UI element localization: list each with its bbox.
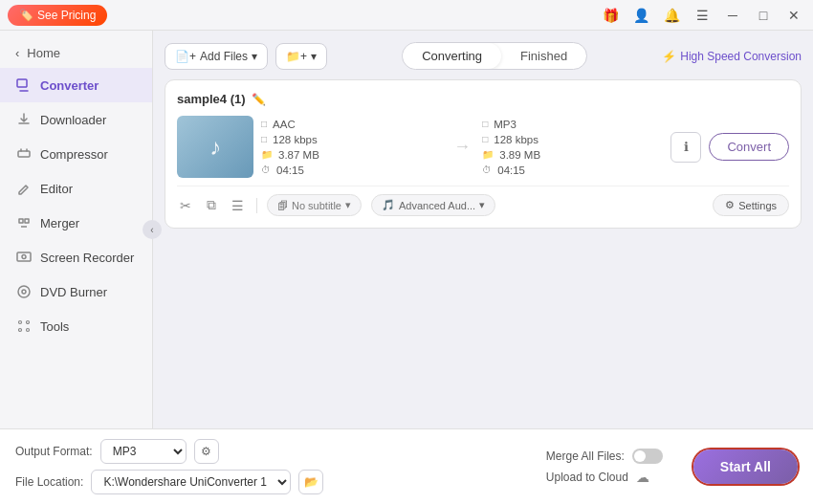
svg-point-6 [19,321,22,324]
settings-label: Settings [738,200,777,211]
subtitle-icon: 🗐 [277,200,288,211]
dvd-burner-icon [15,283,33,300]
music-note-icon: ♪ [209,134,221,161]
subtitle-select[interactable]: 🗐 No subtitle ▾ [267,194,362,216]
clock-icon-tgt: ⏱ [482,164,492,175]
add-folder-button[interactable]: 📁+ ▾ [275,43,327,70]
folder-icon-tgt: 📁 [482,149,494,160]
edit-icon[interactable]: ✏️ [252,93,266,106]
effects-icon[interactable]: ☰ [229,195,247,216]
browse-folder-button[interactable]: 📂 [298,470,323,494]
tools-icon [15,318,33,335]
output-format-select[interactable]: MP3 AAC WAV FLAC MP4 [100,439,187,464]
sidebar-item-screen-recorder[interactable]: Screen Recorder [0,240,152,274]
merge-toggle[interactable] [632,449,663,464]
file-tools: ✂ ⧉ ☰ 🗐 No subtitle ▾ 🎵 Advanced Aud... … [177,186,789,216]
see-pricing-button[interactable]: 🏷️ See Pricing [8,5,107,26]
converter-icon [15,77,33,94]
audio-select[interactable]: 🎵 Advanced Aud... ▾ [371,194,495,216]
merger-label: Merger [40,216,79,230]
chevron-down-icon: ▾ [252,50,257,63]
screen-recorder-icon [15,249,33,266]
sidebar-item-merger[interactable]: Merger [0,206,152,240]
high-speed-toggle[interactable]: ⚡ High Speed Conversion [662,50,802,63]
source-size-row: 📁 3.87 MB [261,149,442,161]
svg-point-4 [18,286,30,297]
converting-tab-label: Converting [422,49,482,63]
add-files-button[interactable]: 📄+ Add Files ▾ [165,43,268,70]
bell-icon[interactable]: 🔔 [660,4,683,27]
file-thumbnail: ♪ [177,116,253,178]
clock-icon-src: ⏱ [261,164,271,175]
folder-open-icon: 📂 [304,475,319,489]
gift-icon[interactable]: 🎁 [599,4,622,27]
audio-wave-icon: 🎵 [382,199,395,211]
converter-label: Converter [40,78,99,93]
start-all-label: Start All [720,459,771,474]
finished-tab-label: Finished [520,49,567,63]
file-info-button[interactable]: ℹ [670,132,701,163]
home-label: Home [27,46,60,60]
sidebar-item-dvd-burner[interactable]: DVD Burner [0,274,152,309]
sidebar-collapse-button[interactable]: ‹ [143,220,162,239]
start-all-button[interactable]: Start All [693,449,798,484]
minimize-button[interactable]: ─ [721,4,744,27]
svg-rect-2 [17,252,31,261]
dvd-burner-label: DVD Burner [40,285,107,299]
close-button[interactable]: ✕ [782,4,805,27]
target-format-row: □ MP3 [482,119,663,130]
bitrate-icon-tgt: □ [482,134,488,144]
settings-button[interactable]: ⚙ Settings [713,194,789,216]
file-title: sample4 (1) [177,92,246,106]
sidebar-item-home[interactable]: ‹ Home [0,38,152,68]
tools-separator [256,198,257,213]
target-bitrate-row: □ 128 kbps [482,134,663,145]
file-location-row: File Location: K:\Wondershare UniConvert… [15,470,531,494]
downloader-label: Downloader [40,113,106,127]
tag-icon: 🏷️ [19,9,33,22]
svg-point-9 [27,329,30,332]
folder-icon-src: 📁 [261,149,273,160]
source-meta: □ AAC □ 128 kbps 📁 3.87 MB ⏱ 04:15 [261,119,442,176]
chevron-subtitle: ▾ [345,199,351,211]
output-format-row: Output Format: MP3 AAC WAV FLAC MP4 ⚙ [15,439,531,464]
cut-icon[interactable]: ✂ [177,195,194,216]
toggle-knob [634,450,646,462]
sidebar-item-compressor[interactable]: Compressor [0,137,152,171]
source-format-row: □ AAC [261,119,442,130]
add-folder-icon: 📁+ [286,50,307,63]
bottom-right: Merge All Files: Upload to Cloud ☁ [546,449,663,485]
maximize-button[interactable]: □ [752,4,775,27]
sidebar-item-downloader[interactable]: Downloader [0,102,152,137]
chevron-down-icon-2: ▾ [311,50,317,63]
format-settings-button[interactable]: ⚙ [194,439,219,464]
sidebar: ‹ Home Converter Downloader [0,31,153,428]
sidebar-item-converter[interactable]: Converter [0,68,152,102]
tools-label: Tools [40,319,69,334]
editor-label: Editor [40,182,73,196]
merger-icon [15,214,33,231]
content-area: 📄+ Add Files ▾ 📁+ ▾ Converting Finished … [153,31,813,428]
target-format: MP3 [494,119,516,130]
sidebar-item-editor[interactable]: Editor [0,171,152,206]
lightning-icon: ⚡ [662,50,676,63]
convert-button[interactable]: Convert [709,133,789,161]
file-location-label: File Location: [15,475,83,489]
chevron-left-icon: ‹ [15,46,19,60]
merge-row: Merge All Files: [546,449,663,464]
svg-point-8 [19,329,22,332]
sidebar-item-tools[interactable]: Tools [0,309,152,343]
tab-finished[interactable]: Finished [501,43,586,69]
add-file-icon: 📄+ [175,50,196,63]
window-controls: 🎁 👤 🔔 ☰ ─ □ ✕ [599,4,805,27]
menu-icon[interactable]: ☰ [691,4,714,27]
info-icon: ℹ [684,140,689,154]
user-icon[interactable]: 👤 [629,4,652,27]
crop-icon[interactable]: ⧉ [204,194,219,216]
format-icon-src: □ [261,119,267,129]
title-bar: 🏷️ See Pricing 🎁 👤 🔔 ☰ ─ □ ✕ [0,0,813,31]
source-size: 3.87 MB [278,149,319,161]
file-location-select[interactable]: K:\Wondershare UniConverter 1 [91,470,291,494]
tab-converting[interactable]: Converting [403,43,501,69]
cloud-icon[interactable]: ☁ [636,470,649,485]
